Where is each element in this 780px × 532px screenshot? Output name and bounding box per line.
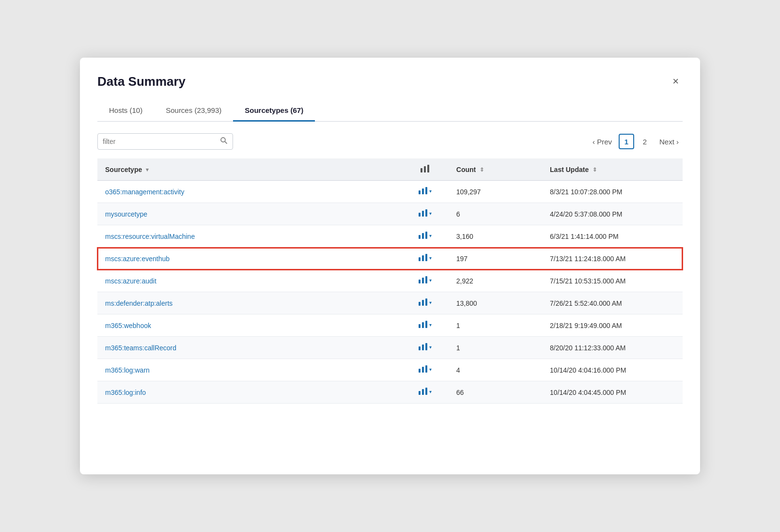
svg-rect-17 — [419, 280, 421, 283]
next-button[interactable]: Next › — [655, 136, 683, 148]
svg-rect-20 — [419, 302, 421, 306]
sourcetype-link[interactable]: mscs:azure:eventhub — [105, 255, 170, 263]
col-header-lastupdate[interactable]: Last Update ⇕ — [542, 158, 683, 181]
chart-cell: ▾ — [402, 270, 449, 292]
data-summary-modal: Data Summary × Hosts (10) Sources (23,99… — [80, 58, 700, 474]
sourcetype-link[interactable]: m365:log:warn — [105, 366, 150, 374]
chart-dropdown-icon[interactable]: ▾ — [429, 344, 432, 350]
table-row: m365:log:warn ▾ 410/14/20 4:04:16.000 PM — [97, 359, 683, 381]
bar-chart-icon[interactable]: ▾ — [419, 343, 432, 351]
bar-chart-icon[interactable]: ▾ — [419, 365, 432, 373]
bar-chart-icon[interactable]: ▾ — [419, 209, 432, 217]
bar-chart-icon[interactable]: ▾ — [419, 254, 432, 262]
table-header-row: Sourcetype ▾ Count ⇕ Last Update ⇕ — [97, 158, 683, 181]
col-header-chart — [402, 158, 449, 181]
lastupdate-cell: 7/15/21 10:53:15.000 AM — [542, 270, 683, 292]
count-cell: 197 — [449, 248, 542, 270]
svg-rect-12 — [422, 233, 424, 239]
svg-rect-11 — [419, 235, 421, 239]
svg-rect-16 — [425, 254, 427, 261]
svg-rect-29 — [419, 369, 421, 373]
chart-cell: ▾ — [402, 181, 449, 203]
bar-chart-icon[interactable]: ▾ — [419, 298, 432, 306]
table-row: m365:log:info ▾ 6610/14/20 4:04:45.000 P… — [97, 381, 683, 404]
svg-rect-8 — [419, 213, 421, 217]
lastupdate-cell: 2/18/21 9:19:49.000 AM — [542, 314, 683, 337]
svg-rect-22 — [425, 298, 427, 306]
tab-hosts[interactable]: Hosts (10) — [97, 101, 154, 122]
col-header-count[interactable]: Count ⇕ — [449, 158, 542, 181]
svg-rect-18 — [422, 278, 424, 283]
prev-button[interactable]: ‹ Prev — [589, 136, 616, 148]
page-1-button[interactable]: 1 — [619, 134, 634, 149]
chart-dropdown-icon[interactable]: ▾ — [429, 300, 432, 305]
svg-rect-14 — [419, 257, 421, 261]
sourcetype-link[interactable]: m365:teams:callRecord — [105, 344, 176, 352]
bar-chart-icon[interactable]: ▾ — [419, 232, 432, 239]
col-header-sourcetype[interactable]: Sourcetype ▾ — [97, 158, 402, 181]
chart-cell: ▾ — [402, 314, 449, 337]
sourcetype-link[interactable]: mscs:resource:virtualMachine — [105, 233, 195, 240]
chart-cell: ▾ — [402, 337, 449, 359]
table-row: m365:teams:callRecord ▾ 18/20/20 11:12:3… — [97, 337, 683, 359]
count-cell: 1 — [449, 337, 542, 359]
table-row: mscs:azure:eventhub ▾ 1977/13/21 11:24:1… — [97, 248, 683, 270]
bar-chart-icon[interactable]: ▾ — [419, 187, 432, 195]
svg-rect-28 — [425, 343, 427, 350]
tabs-bar: Hosts (10) Sources (23,993) Sourcetypes … — [97, 101, 683, 122]
svg-rect-3 — [424, 166, 426, 172]
table-row: ms:defender:atp:alerts ▾ 13,8007/26/21 5… — [97, 292, 683, 314]
count-cell: 1 — [449, 314, 542, 337]
sort-sourcetype-icon: ▾ — [146, 167, 149, 173]
chart-dropdown-icon[interactable]: ▾ — [429, 211, 432, 216]
filter-input[interactable] — [103, 138, 218, 145]
bar-chart-icon[interactable]: ▾ — [419, 388, 432, 395]
chart-dropdown-icon[interactable]: ▾ — [429, 255, 432, 261]
svg-rect-32 — [419, 391, 421, 395]
svg-rect-24 — [422, 322, 424, 328]
close-button[interactable]: × — [669, 73, 683, 90]
chart-cell: ▾ — [402, 292, 449, 314]
sourcetype-link[interactable]: m365:webhook — [105, 322, 151, 329]
tab-sourcetypes[interactable]: Sourcetypes (67) — [233, 101, 315, 122]
count-cell: 4 — [449, 359, 542, 381]
chart-dropdown-icon[interactable]: ▾ — [429, 188, 432, 194]
modal-header: Data Summary × — [97, 73, 683, 90]
sourcetype-link[interactable]: mscs:azure:audit — [105, 277, 156, 285]
lastupdate-cell: 8/3/21 10:07:28.000 PM — [542, 181, 683, 203]
chart-dropdown-icon[interactable]: ▾ — [429, 389, 432, 394]
sourcetype-link[interactable]: ms:defender:atp:alerts — [105, 299, 172, 307]
sourcetype-link[interactable]: m365:log:info — [105, 389, 146, 396]
chart-dropdown-icon[interactable]: ▾ — [429, 278, 432, 283]
svg-rect-33 — [422, 389, 424, 395]
pagination: ‹ Prev 1 2 Next › — [589, 134, 683, 149]
svg-rect-31 — [425, 365, 427, 373]
lastupdate-cell: 7/26/21 5:52:40.000 AM — [542, 292, 683, 314]
sourcetype-link[interactable]: o365:management:activity — [105, 188, 184, 196]
count-cell: 6 — [449, 203, 542, 225]
svg-rect-6 — [422, 188, 424, 194]
page-2-button[interactable]: 2 — [637, 134, 653, 149]
svg-rect-7 — [425, 187, 427, 194]
table-row: mysourcetype ▾ 64/24/20 5:37:08.000 PM — [97, 203, 683, 225]
lastupdate-cell: 10/14/20 4:04:45.000 PM — [542, 381, 683, 404]
svg-rect-15 — [422, 255, 424, 261]
sort-lastupdate-icon: ⇕ — [593, 167, 597, 173]
chart-dropdown-icon[interactable]: ▾ — [429, 233, 432, 238]
lastupdate-cell: 8/20/20 11:12:33.000 AM — [542, 337, 683, 359]
bar-chart-icon[interactable]: ▾ — [419, 276, 432, 284]
sourcetypes-table: Sourcetype ▾ Count ⇕ Last Update ⇕ — [97, 158, 683, 404]
svg-rect-2 — [421, 168, 422, 172]
search-icon — [220, 137, 228, 146]
chart-dropdown-icon[interactable]: ▾ — [429, 367, 432, 372]
svg-rect-10 — [425, 209, 427, 217]
svg-line-1 — [225, 141, 227, 143]
tab-sources[interactable]: Sources (23,993) — [154, 101, 233, 122]
chart-cell: ▾ — [402, 248, 449, 270]
sourcetype-link[interactable]: mysourcetype — [105, 210, 147, 218]
bar-chart-icon[interactable]: ▾ — [419, 321, 432, 329]
svg-rect-25 — [425, 321, 427, 328]
svg-rect-21 — [422, 300, 424, 306]
chart-dropdown-icon[interactable]: ▾ — [429, 322, 432, 328]
filter-wrap — [97, 133, 233, 150]
